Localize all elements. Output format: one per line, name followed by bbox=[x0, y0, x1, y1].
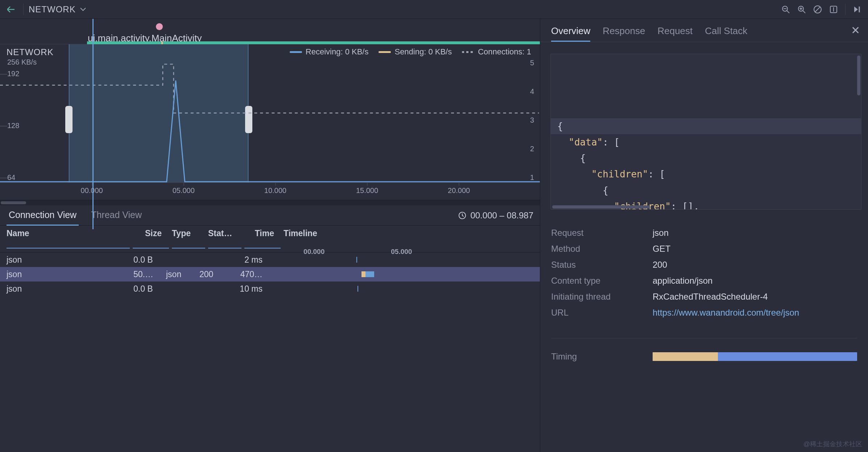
timeline-marker bbox=[357, 286, 358, 292]
table-row[interactable]: json0.0 B10 ms bbox=[0, 282, 540, 296]
table-row[interactable]: json50.…json200470… bbox=[0, 267, 540, 282]
kv-value: 200 bbox=[653, 260, 667, 270]
kv-key: Request bbox=[551, 228, 653, 238]
column-name[interactable]: Name bbox=[7, 229, 130, 248]
kv-row: URLhttps://www.wanandroid.com/tree/json bbox=[551, 305, 857, 321]
kv-row: Status200 bbox=[551, 257, 857, 273]
cell-size: 50.… bbox=[130, 270, 166, 279]
tab-thread-view[interactable]: Thread View bbox=[89, 205, 144, 226]
chart-title: NETWORK bbox=[7, 47, 54, 57]
timing-recv-segment bbox=[718, 352, 857, 361]
selection-handle-left[interactable] bbox=[65, 106, 73, 133]
kv-row: Content typeapplication/json bbox=[551, 273, 857, 289]
profiler-title: NETWORK bbox=[29, 4, 76, 15]
scrollbar-thumb[interactable] bbox=[1, 201, 26, 204]
bar-recv bbox=[365, 271, 375, 277]
timing-bar bbox=[653, 352, 857, 361]
activity-bar-gap bbox=[161, 41, 163, 44]
cell-time: 2 ms bbox=[233, 255, 269, 265]
cell-name: json bbox=[7, 270, 130, 279]
go-live-icon[interactable] bbox=[850, 2, 864, 17]
watermark: @稀土掘金技术社区 bbox=[803, 440, 862, 448]
cell-size: 0.0 B bbox=[130, 255, 166, 265]
json-line: { bbox=[551, 150, 861, 166]
tab-response[interactable]: Response bbox=[603, 25, 645, 42]
tab-request[interactable]: Request bbox=[657, 25, 693, 42]
clock-icon bbox=[458, 211, 466, 219]
json-line: { bbox=[551, 182, 861, 198]
timeline-marker bbox=[356, 257, 357, 263]
table-row[interactable]: json0.0 B2 ms bbox=[0, 252, 540, 267]
chevron-down-icon bbox=[80, 8, 86, 11]
column-type[interactable]: Type bbox=[172, 229, 205, 248]
kv-value[interactable]: https://www.wanandroid.com/tree/json bbox=[653, 308, 799, 318]
profiler-selector[interactable]: NETWORK bbox=[29, 4, 86, 15]
x-tick: 00.000 bbox=[81, 186, 103, 195]
back-icon[interactable] bbox=[4, 2, 18, 17]
kv-row: Initiating threadRxCachedThreadScheduler… bbox=[551, 289, 857, 305]
view-tabs-row: Connection View Thread View 00.000 – 08.… bbox=[0, 205, 540, 226]
scrollbar-horizontal[interactable] bbox=[552, 205, 650, 209]
cell-size: 0.0 B bbox=[130, 284, 166, 294]
kv-row: Requestjson bbox=[551, 225, 857, 241]
tab-callstack[interactable]: Call Stack bbox=[705, 25, 747, 42]
kv-key: Method bbox=[551, 244, 653, 254]
kv-value: application/json bbox=[653, 276, 712, 286]
reset-zoom-icon[interactable] bbox=[810, 2, 825, 17]
kv-row: MethodGET bbox=[551, 241, 857, 257]
kv-value: RxCachedThreadScheduler-4 bbox=[653, 292, 768, 302]
overview-scrollbar[interactable] bbox=[0, 200, 540, 205]
time-range: 00.000 – 08.987 bbox=[458, 210, 534, 221]
selection-handle-right[interactable] bbox=[245, 106, 252, 133]
cell-type: json bbox=[166, 270, 199, 279]
cell-name: json bbox=[7, 255, 130, 265]
requests-table: Name Size Type Stat… Time Timeline 00.00… bbox=[0, 226, 540, 452]
y-scale-label: 256 KB/s bbox=[7, 58, 37, 66]
selection-overlay[interactable] bbox=[69, 44, 248, 182]
timing-send-segment bbox=[653, 352, 718, 361]
x-tick: 15.000 bbox=[356, 186, 378, 195]
zoom-out-icon[interactable] bbox=[778, 2, 793, 17]
kv-value: GET bbox=[653, 244, 670, 254]
request-info: RequestjsonMethodGETStatus200Content typ… bbox=[540, 216, 868, 329]
network-chart[interactable]: NETWORK Receiving: 0 KB/s Sending: 0 KB/… bbox=[0, 44, 540, 200]
cell-time: 470… bbox=[233, 270, 269, 279]
column-status[interactable]: Stat… bbox=[208, 229, 241, 248]
activity-bar bbox=[87, 41, 540, 44]
json-line: "data": [ bbox=[551, 134, 861, 150]
zoom-in-icon[interactable] bbox=[794, 2, 809, 17]
json-line: "children": [ bbox=[551, 166, 861, 182]
json-viewer[interactable]: { "data": [ { "children": [ { "children"… bbox=[550, 54, 861, 210]
timeline-tick: 00.000 bbox=[303, 248, 325, 256]
timeline-tick: 05.000 bbox=[391, 248, 412, 256]
scrollbar-vertical[interactable] bbox=[857, 56, 860, 95]
column-timeline[interactable]: Timeline 00.00005.000 bbox=[284, 229, 533, 248]
cell-name: json bbox=[7, 284, 130, 294]
tab-overview[interactable]: Overview bbox=[551, 25, 590, 42]
table-header: Name Size Type Stat… Time Timeline 00.00… bbox=[0, 226, 540, 252]
close-icon[interactable]: ✕ bbox=[851, 24, 860, 37]
y-ticks-left: 192 128 64 bbox=[9, 70, 19, 182]
json-line: { bbox=[551, 118, 861, 134]
timing-row: Timing bbox=[540, 347, 868, 366]
column-time[interactable]: Time bbox=[244, 229, 281, 248]
cell-timeline bbox=[269, 285, 533, 292]
y-ticks-right: 5 4 3 2 1 bbox=[530, 59, 534, 182]
divider bbox=[551, 338, 857, 338]
zoom-selection-icon[interactable] bbox=[826, 2, 841, 17]
cell-timeline bbox=[269, 271, 533, 278]
x-tick: 10.000 bbox=[264, 186, 286, 195]
left-pane: ui.main.activity.MainActivity NETWORK Re… bbox=[0, 19, 540, 452]
timing-label: Timing bbox=[551, 352, 653, 362]
x-axis: 00.00005.00010.00015.00020.000 bbox=[0, 182, 540, 200]
column-size[interactable]: Size bbox=[133, 229, 169, 248]
kv-value: json bbox=[653, 228, 669, 238]
activity-strip: ui.main.activity.MainActivity bbox=[0, 19, 540, 44]
cell-timeline bbox=[269, 256, 533, 263]
tab-connection-view[interactable]: Connection View bbox=[7, 205, 79, 226]
event-marker-icon bbox=[156, 23, 163, 30]
separator bbox=[23, 4, 24, 15]
kv-key: URL bbox=[551, 308, 653, 318]
top-toolbar: NETWORK bbox=[0, 0, 868, 19]
x-tick: 20.000 bbox=[448, 186, 470, 195]
